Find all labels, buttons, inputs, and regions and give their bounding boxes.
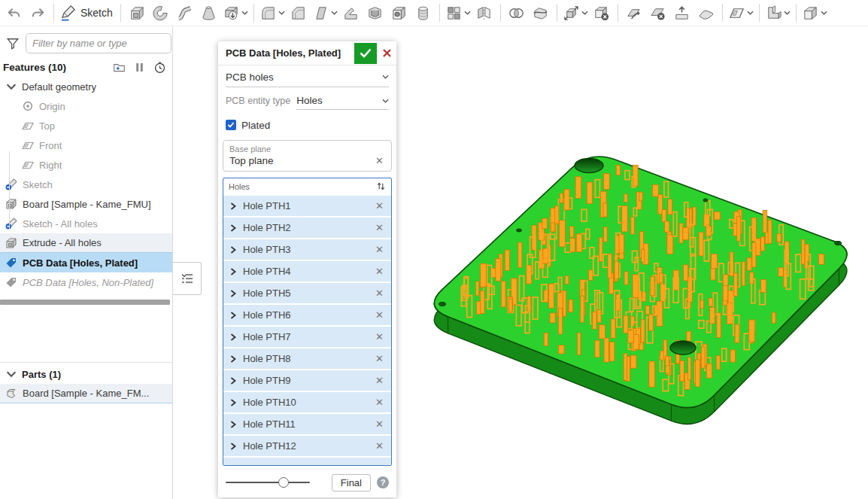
chevron-down-icon[interactable] [747, 11, 754, 15]
feature-tree-item-origin[interactable]: Origin [0, 96, 172, 116]
hole-button[interactable] [387, 2, 411, 24]
thicken-button[interactable] [221, 2, 250, 24]
expand-chevron-icon[interactable] [229, 399, 237, 406]
expand-chevron-icon[interactable] [229, 202, 237, 210]
replace-face-button[interactable] [670, 2, 694, 24]
hole-list-item-hole-pth4[interactable]: Hole PTH4 ✕ [223, 261, 391, 281]
feature-tree-item-board-sample-kame-fmu[interactable]: Board [Sample - Kame_FMU] [0, 194, 172, 214]
expand-chevron-icon[interactable] [229, 312, 237, 319]
expand-chevron-icon[interactable] [229, 333, 237, 341]
plated-checkbox[interactable]: Plated [226, 116, 389, 134]
loft-button[interactable] [197, 2, 221, 24]
boolean-button[interactable] [505, 2, 529, 24]
help-icon[interactable]: ? [377, 476, 389, 488]
cylinder-button[interactable] [411, 2, 436, 24]
slider-handle[interactable] [278, 477, 289, 488]
parts-header-row[interactable]: Parts (1) [0, 364, 172, 384]
pcb-type-select[interactable]: PCB holes [226, 67, 389, 87]
hole-list-item-hole-pth7[interactable]: Hole PTH7 ✕ [223, 327, 391, 347]
move-face-button[interactable] [622, 2, 646, 24]
hole-list-item-hole-pth9[interactable]: Hole PTH9 ✕ [223, 370, 391, 391]
remove-hole-icon[interactable]: ✕ [374, 266, 385, 277]
plane-button[interactable] [727, 2, 755, 24]
draft-button[interactable] [311, 2, 339, 24]
rollback-slider[interactable] [226, 477, 310, 488]
base-plane-field[interactable]: Base plane Top plane ✕ [223, 140, 392, 172]
filter-input[interactable] [26, 33, 171, 53]
linear-pattern-button[interactable] [444, 2, 472, 24]
delete-part-button[interactable] [590, 2, 614, 24]
remove-hole-icon[interactable]: ✕ [374, 397, 385, 408]
hole-list-item-hole-pth1[interactable]: Hole PTH1 ✕ [223, 196, 391, 216]
frame-button[interactable] [800, 2, 829, 24]
expand-chevron-icon[interactable] [229, 355, 237, 363]
sort-icon[interactable] [376, 181, 386, 191]
entity-type-select[interactable]: Holes [296, 92, 389, 110]
feature-tree-item-pcb-data-holes-plated[interactable]: PCB Data [Holes, Plated] [0, 253, 172, 272]
remove-hole-icon[interactable]: ✕ [374, 440, 385, 452]
expand-chevron-icon[interactable] [229, 443, 237, 450]
sweep-button[interactable] [173, 2, 197, 24]
expand-chevron-icon[interactable] [229, 268, 237, 275]
clear-selection-icon[interactable]: ✕ [374, 155, 385, 166]
feature-list-flyout-button[interactable] [173, 262, 202, 295]
remove-hole-icon[interactable]: ✕ [374, 375, 385, 386]
expand-chevron-icon[interactable] [229, 246, 237, 254]
sketch-pencil-button[interactable]: Sketch [58, 2, 117, 24]
chevron-down-icon[interactable] [331, 11, 338, 15]
fillet-button[interactable] [258, 2, 287, 24]
suppress-pause-icon[interactable] [133, 61, 146, 74]
hole-list-item-hole-pth6[interactable]: Hole PTH6 ✕ [223, 305, 391, 325]
chamfer-button[interactable] [287, 2, 311, 24]
expand-chevron-icon[interactable] [229, 377, 237, 385]
revolve-button[interactable] [149, 2, 173, 24]
feature-tree-item-board-sample-kame-fm[interactable]: Board [Sample - Kame_FM... [0, 384, 172, 403]
hole-list-item-hole-pth11[interactable]: Hole PTH11 ✕ [223, 414, 391, 434]
filter-funnel-icon[interactable] [6, 37, 20, 50]
hole-list-item-hole-pth2[interactable]: Hole PTH2 ✕ [223, 218, 391, 238]
cancel-button[interactable] [377, 43, 396, 64]
feature-tree-item-front[interactable]: Front [0, 135, 172, 155]
shell-button[interactable] [363, 2, 387, 24]
rib-button[interactable] [339, 2, 363, 24]
remove-hole-icon[interactable]: ✕ [374, 200, 385, 211]
split-button[interactable] [529, 2, 553, 24]
chevron-down-icon[interactable] [784, 11, 791, 15]
feature-tree-item-right[interactable]: Right [0, 155, 172, 175]
feature-tree-item-extrude-all-holes[interactable]: Extrude - All holes [0, 233, 172, 253]
rollback-history-icon[interactable] [153, 61, 166, 74]
hole-list-item-hole-pth5[interactable]: Hole PTH5 ✕ [223, 283, 391, 303]
chevron-down-icon[interactable] [821, 11, 827, 15]
chevron-down-icon[interactable] [464, 11, 471, 15]
chevron-down-icon[interactable] [278, 11, 285, 15]
expand-chevron-icon[interactable] [229, 224, 237, 232]
hole-list-item-hole-pth8[interactable]: Hole PTH8 ✕ [223, 348, 391, 369]
hole-list-item-hole-pth10[interactable]: Hole PTH10 ✕ [223, 392, 391, 412]
feature-tree-item-sketch[interactable]: Sketch [0, 175, 172, 194]
chevron-down-icon[interactable] [581, 11, 588, 15]
extrude-button[interactable] [125, 2, 149, 24]
feature-tree-item-default-geometry[interactable]: Default geometry [0, 77, 172, 96]
rollback-bar[interactable] [0, 300, 170, 305]
transform-button[interactable] [561, 2, 590, 24]
feature-tree-item-sketch-all-holes[interactable]: Sketch - All holes [0, 214, 172, 233]
final-button[interactable]: Final [332, 474, 371, 491]
remove-hole-icon[interactable]: ✕ [374, 309, 385, 321]
remove-hole-icon[interactable]: ✕ [374, 353, 385, 364]
hole-list-item-hole-pth12[interactable]: Hole PTH12 ✕ [223, 436, 391, 456]
chevron-down-icon[interactable] [241, 11, 248, 15]
new-folder-icon[interactable] [113, 61, 126, 74]
hole-list-item-hole-pth3[interactable]: Hole PTH3 ✕ [223, 239, 391, 260]
undo-button[interactable] [2, 2, 26, 24]
pcb-board[interactable] [434, 157, 847, 424]
remove-hole-icon[interactable]: ✕ [374, 222, 385, 233]
delete-face-button[interactable] [646, 2, 670, 24]
redo-button[interactable] [26, 2, 50, 24]
feature-tree-item-pcb-data-holes-non-plated[interactable]: PCB Data [Holes, Non-Plated] [0, 272, 172, 292]
sheet-metal-button[interactable] [763, 2, 792, 24]
remove-hole-icon[interactable]: ✕ [374, 244, 385, 255]
expand-chevron-icon[interactable] [229, 290, 237, 297]
modify-fillet-button[interactable] [694, 2, 718, 24]
remove-hole-icon[interactable]: ✕ [374, 288, 385, 299]
remove-hole-icon[interactable]: ✕ [374, 331, 385, 342]
